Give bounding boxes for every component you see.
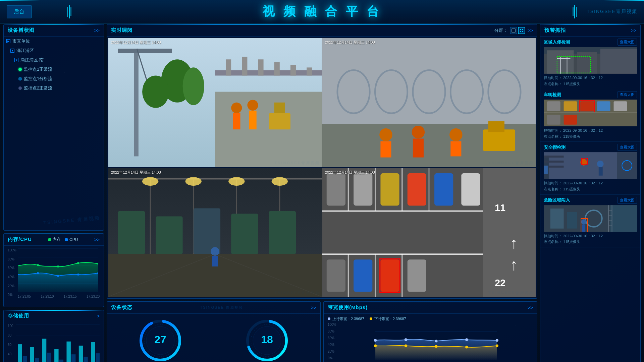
svg-point-99 [211, 247, 219, 256]
svg-rect-196 [550, 208, 564, 229]
alert-helmet-view-btn[interactable]: 查看大图 [618, 144, 637, 151]
upload-legend: 上行带宽：2.39687 [328, 316, 364, 321]
alert-helmet-img [544, 152, 637, 179]
bandwidth-more[interactable]: >> [528, 305, 533, 310]
alert-vehicle-img [544, 100, 637, 126]
alert-zone-view-btn[interactable]: 查看大图 [618, 39, 637, 46]
cpu-chart-area: 100%80%60%40%20%0% [4, 246, 104, 307]
tree-circle-green-icon [18, 68, 22, 71]
main-layout: 设备树状图 >> ▶ 市直单位 ▼ 滴江浦区 ▼ 滴江浦区-南 监控 [3, 24, 641, 359]
realtime-title: 实时调阅 [111, 27, 132, 34]
device-gauges: 27 [107, 314, 320, 362]
svg-rect-190 [599, 167, 603, 176]
svg-rect-185 [544, 161, 564, 163]
alert-item-vehicle: 车辆检测 查看大图 [540, 89, 640, 142]
svg-rect-32 [91, 342, 95, 362]
video-cell-3[interactable]: 2022年12月14日 星期三 14:03 [108, 168, 322, 297]
svg-point-7 [57, 265, 59, 267]
video-cell-1[interactable]: 2022年12月14日 星期三 14:03 [108, 38, 322, 167]
tree-item-qingjiang-south[interactable]: ▼ 滴江浦区-南 [4, 55, 104, 65]
tree-label: 监控点2正常流 [24, 85, 52, 91]
storage-panel: 存储使用 > 100806040200 [3, 310, 104, 362]
alert-vehicle-header: 车辆检测 查看大图 [544, 91, 637, 98]
alert-zone-time: 抓拍时间： 2022-09-30 16：32：12 [544, 75, 637, 81]
svg-rect-165 [600, 49, 637, 73]
alert-item-danger: 危险区域闯入 查看大图 [540, 195, 640, 247]
alert-zone-type: 区域入侵检测 [544, 39, 570, 45]
svg-rect-62 [118, 49, 172, 53]
gauge-online: 18 [244, 317, 290, 362]
tree-item-monitor1-analyze[interactable]: 监控点1分析流 [4, 74, 104, 83]
svg-rect-45 [522, 31, 523, 32]
split-1-button[interactable] [510, 27, 517, 34]
parking-scene-svg: STOP ↑ ↑ 22 11 [322, 168, 536, 297]
svg-rect-81 [483, 129, 515, 151]
svg-point-189 [597, 161, 604, 167]
svg-text:↑: ↑ [510, 234, 518, 252]
realtime-more[interactable]: >> [528, 28, 533, 33]
center-column: 实时调阅 分屏： [107, 24, 537, 362]
video-cell-4[interactable]: 2022年12月14日 星期三 14:03 [322, 168, 536, 297]
alert-helmet-header: 安全帽检测 查看大图 [544, 144, 637, 151]
alert-danger-view-btn[interactable]: 查看大图 [618, 197, 637, 204]
device-status-panel: 设备状态 TSINGSEE 青犀视频 >> [107, 301, 321, 362]
device-tree-more[interactable]: >> [94, 28, 100, 33]
cpu-x-labels: 17:23:0517:23:1017:23:1517:23:20 [18, 295, 100, 298]
svg-rect-76 [380, 141, 391, 157]
svg-rect-68 [322, 38, 536, 124]
storage-more[interactable]: > [97, 313, 100, 319]
device-status-more[interactable]: >> [311, 305, 316, 310]
bandwidth-chart-area: 上行带宽：2.39687 下行带宽：2.39687 100%80%60%40%2… [324, 314, 537, 362]
svg-rect-174 [564, 101, 577, 111]
alert-items-container: 区域入侵检测 查看大图 [540, 37, 640, 362]
svg-rect-52 [290, 65, 296, 75]
svg-rect-21 [23, 356, 27, 362]
svg-point-153 [465, 346, 468, 349]
video-cell-2[interactable]: 2022年12月14日 星期三 14:03 [322, 38, 536, 167]
bandwidth-legend: 上行带宽：2.39687 下行带宽：2.39687 [328, 316, 533, 321]
split-4-button[interactable] [518, 27, 525, 34]
alert-helmet-img-svg [544, 152, 637, 179]
alert-zone-camera: 布点名称： 115摄像头 [544, 81, 637, 87]
cpu-more[interactable]: >> [94, 237, 100, 242]
svg-point-91 [185, 177, 202, 186]
alert-vehicle-view-btn[interactable]: 查看大图 [618, 91, 637, 98]
svg-rect-100 [212, 255, 218, 266]
svg-rect-116 [408, 173, 426, 205]
svg-rect-24 [42, 339, 46, 362]
alert-danger-meta: 抓拍时间： 2022-09-30 16：32：12 布点名称： 115摄像头 [544, 233, 637, 245]
alert-vehicle-type: 车辆检测 [544, 92, 561, 98]
back-button[interactable]: 后台 [7, 5, 32, 18]
tree-label: 滴江浦区-南 [20, 57, 44, 63]
bandwidth-y-labels: 100%80%60%40%20%0% [328, 323, 339, 362]
svg-point-11 [57, 275, 59, 277]
svg-rect-199 [610, 205, 637, 232]
svg-rect-26 [54, 349, 58, 362]
svg-rect-60 [274, 103, 285, 113]
storage-panel-title: 存储使用 [8, 313, 29, 319]
device-tree-title: 设备树状图 [8, 27, 35, 34]
cpu-panel: 内存/CPU 内存 CPU >> 100%80%60%40%20%0% [3, 233, 104, 307]
svg-point-6 [37, 264, 39, 266]
svg-rect-164 [577, 52, 597, 74]
tree-item-city[interactable]: ▶ 市直单位 [4, 37, 104, 46]
svg-rect-49 [242, 57, 247, 75]
device-status-watermark: TSINGSEE 青犀视频 [200, 305, 243, 310]
tree-item-qingjiang[interactable]: ▼ 滴江浦区 [4, 46, 104, 55]
cpu-chart-svg-wrap [18, 248, 100, 293]
svg-point-145 [374, 339, 377, 342]
svg-point-152 [435, 345, 437, 348]
svg-point-75 [379, 128, 392, 141]
svg-rect-177 [614, 101, 627, 111]
bottom-center-row: 设备状态 TSINGSEE 青犀视频 >> [107, 301, 537, 362]
device-status-title: 设备状态 [111, 304, 132, 311]
tree-item-monitor2-normal[interactable]: 监控点2正常流 [4, 83, 104, 93]
gauge-online-svg: 18 [244, 317, 290, 362]
svg-rect-124 [483, 168, 536, 297]
alert-more[interactable]: >> [631, 28, 636, 33]
alert-capture-panel: 预警抓拍 >> 区域入侵检测 查看大图 [540, 24, 641, 362]
memory-legend-label: 内存 [53, 237, 61, 242]
tree-item-monitor1-normal[interactable]: 监控点1正常流 [4, 65, 104, 74]
alert-zone-meta: 抓拍时间： 2022-09-30 16：32：12 布点名称： 115摄像头 [544, 75, 637, 87]
svg-rect-28 [66, 342, 70, 362]
